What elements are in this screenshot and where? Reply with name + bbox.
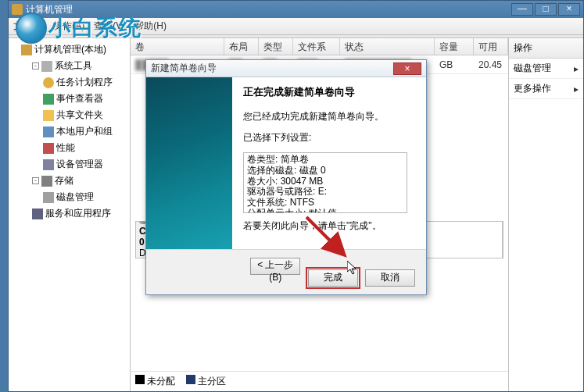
window-title: 计算机管理 [26,3,511,16]
app-icon [12,4,23,15]
col-free[interactable]: 可用 [474,38,508,55]
menu-action[interactable]: 操作(A) [53,20,84,33]
actions-pane: 操作 磁盘管理 ▸ 更多操作 ▸ [508,38,583,391]
tree-device[interactable]: 设备管理器 [43,156,128,173]
cell-cap: GB [435,58,474,72]
tree-perf[interactable]: 性能 [43,140,128,156]
wizard-sidebar-image [146,77,232,249]
actions-section[interactable]: 磁盘管理 ▸ [509,59,583,79]
chevron-up-icon: ▸ [574,63,579,74]
minimize-button[interactable]: — [511,3,533,16]
tree-disk[interactable]: 磁盘管理 [43,189,128,205]
tree-systools[interactable]: -系统工具 [32,58,128,74]
service-icon [32,208,43,219]
wizard-buttons: < 上一步(B) 完成 取消 [146,249,426,294]
col-volume[interactable]: 卷 [131,38,224,55]
folder-icon [43,110,54,121]
wizard-titlebar: 新建简单卷向导 × [146,60,426,77]
col-status[interactable]: 状态 [340,38,435,55]
tree-users[interactable]: 本地用户和组 [43,123,128,140]
wrench-icon [41,61,52,72]
tree-shared[interactable]: 共享文件夹 [43,107,128,123]
chevron-right-icon: ▸ [574,84,579,94]
swatch-primary-icon [186,375,195,384]
collapse-icon[interactable]: - [32,177,39,184]
list-header: 卷 布局 类型 文件系统 状态 容量 可用 [131,38,508,55]
swatch-unalloc-icon [135,375,145,384]
maximize-button[interactable]: □ [535,3,557,16]
wizard-content: 正在完成新建简单卷向导 您已经成功完成新建简单卷向导。 已选择下列设置: 卷类型… [232,77,426,249]
col-layout[interactable]: 布局 [224,38,259,55]
clock-icon [43,77,54,88]
titlebar: 计算机管理 — □ × [9,1,583,18]
wizard-close-button[interactable]: × [393,62,421,75]
perf-icon [43,143,54,154]
col-cap[interactable]: 容量 [435,38,474,55]
legend-primary: 主分区 [186,375,226,388]
menu-view[interactable]: 查看(V) [94,20,125,33]
menubar: 文件(F) 操作(A) 查看(V) 帮助(H) [9,18,583,35]
menu-file[interactable]: 文件(F) [13,20,44,33]
finish-button[interactable]: 完成 [308,269,358,287]
col-fs[interactable]: 文件系统 [293,38,340,55]
storage-icon [41,176,52,187]
col-type[interactable]: 类型 [259,38,293,55]
legend: 未分配 主分区 [131,371,508,391]
book-icon [43,94,54,105]
tree-services[interactable]: 服务和应用程序 [32,205,128,222]
collapse-icon[interactable]: - [32,62,39,69]
wizard-text3: 若要关闭此向导，请单击"完成"。 [243,219,415,233]
wizard-summary-box: 卷类型: 简单卷选择的磁盘: 磁盘 0卷大小: 30047 MB驱动器号或路径:… [243,152,407,213]
actions-header: 操作 [509,38,583,59]
users-icon [43,127,54,137]
cancel-button[interactable]: 取消 [365,269,415,287]
back-button[interactable]: < 上一步(B) [250,258,300,275]
legend-unalloc: 未分配 [135,375,175,388]
cell-free: 20.45 [474,58,508,72]
wizard-dialog: 新建简单卷向导 × 正在完成新建简单卷向导 您已经成功完成新建简单卷向导。 已选… [145,59,427,295]
actions-more[interactable]: 更多操作 ▸ [509,79,583,99]
tree-event[interactable]: 事件查看器 [43,91,128,107]
tree-root[interactable]: 计算机管理(本地) [21,41,128,58]
disk-icon [43,192,54,203]
menu-help[interactable]: 帮助(H) [134,20,167,33]
wizard-text1: 您已经成功完成新建简单卷向导。 [243,110,415,123]
tree-task[interactable]: 任务计划程序 [43,74,128,91]
wizard-text2: 已选择下列设置: [243,131,415,144]
nav-tree: 计算机管理(本地) -系统工具 任务计划程序 事件查看器 共享文件夹 本地用户和… [9,38,131,391]
device-icon [43,159,54,170]
wizard-title: 新建简单卷向导 [151,62,393,75]
close-button[interactable]: × [558,3,580,16]
tree-storage[interactable]: -存储 [32,173,128,189]
wizard-heading: 正在完成新建简单卷向导 [243,85,415,99]
computer-icon [21,45,32,55]
